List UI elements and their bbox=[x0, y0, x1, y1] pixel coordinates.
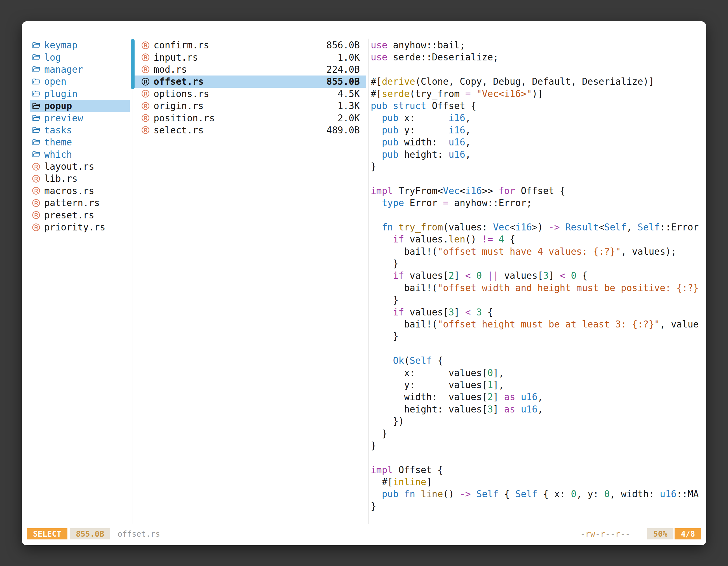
sidebar-item-tasks[interactable]: tasks bbox=[30, 124, 130, 136]
code-token: u16 bbox=[448, 137, 465, 148]
code-token: ], bbox=[493, 367, 504, 378]
sidebar-item-open[interactable]: open bbox=[30, 76, 130, 88]
permission-segment: r bbox=[600, 529, 605, 539]
code-line bbox=[371, 173, 704, 185]
sidebar-item-priority-rs[interactable]: priority.rs bbox=[30, 221, 130, 233]
code-token: serde bbox=[382, 88, 410, 99]
sidebar-item-theme[interactable]: theme bbox=[30, 136, 130, 148]
code-token: ], bbox=[493, 379, 504, 390]
cursor-position-badge: 4/8 bbox=[675, 528, 701, 539]
code-token: ] bbox=[493, 391, 504, 402]
code-line: } bbox=[371, 258, 704, 270]
code-token: } bbox=[371, 258, 398, 269]
code-token: Self bbox=[638, 222, 660, 233]
file-size: 856.0B bbox=[327, 40, 360, 51]
code-token: i16 bbox=[465, 186, 482, 196]
file-name: origin.rs bbox=[154, 100, 204, 111]
code-line: height: values[3] as u16, bbox=[371, 403, 704, 415]
rust-file-icon bbox=[31, 223, 41, 232]
code-token: u16 bbox=[448, 149, 465, 160]
item-label: which bbox=[44, 149, 72, 160]
sidebar-item-preset-rs[interactable]: preset.rs bbox=[30, 209, 130, 221]
code-token: impl bbox=[371, 186, 393, 196]
file-row-offset-rs[interactable]: offset.rs855.0B bbox=[133, 76, 366, 88]
code-line: #[derive(Clone, Copy, Debug, Default, De… bbox=[371, 76, 704, 88]
code-token: y: values[ bbox=[371, 379, 487, 390]
item-label: tasks bbox=[44, 125, 72, 136]
sidebar-item-pattern-rs[interactable]: pattern.rs bbox=[30, 197, 130, 209]
code-token: #[ bbox=[371, 476, 393, 487]
permission-segment: -- bbox=[620, 529, 630, 539]
file-row-input-rs[interactable]: input.rs1.0K bbox=[133, 51, 366, 63]
rust-file-icon bbox=[141, 113, 150, 123]
item-label: manager bbox=[44, 64, 83, 75]
item-label: preset.rs bbox=[44, 210, 94, 221]
code-token: ::MA bbox=[677, 488, 699, 499]
code-token bbox=[515, 404, 521, 415]
code-token: line bbox=[421, 488, 443, 499]
file-row-origin-rs[interactable]: origin.rs1.3K bbox=[133, 100, 366, 112]
item-label: pattern.rs bbox=[44, 198, 100, 208]
code-token: bail!( bbox=[371, 246, 437, 257]
code-token: 0 bbox=[571, 488, 576, 499]
code-token: != bbox=[482, 234, 493, 245]
sidebar-item-plugin[interactable]: plugin bbox=[30, 88, 130, 100]
sidebar-item-keymap[interactable]: keymap bbox=[30, 39, 130, 51]
item-label: keymap bbox=[44, 40, 78, 51]
sidebar-item-popup[interactable]: popup bbox=[30, 100, 130, 112]
rust-file-icon bbox=[141, 41, 150, 50]
sidebar-item-which[interactable]: which bbox=[30, 149, 130, 161]
sidebar-item-macros-rs[interactable]: macros.rs bbox=[30, 185, 130, 197]
code-token bbox=[371, 488, 382, 499]
code-token: anyhow::bail; bbox=[388, 40, 465, 51]
code-token: = bbox=[443, 198, 448, 208]
code-token: Offset { bbox=[426, 100, 476, 111]
file-size: 224.0B bbox=[327, 64, 360, 75]
code-token: as bbox=[504, 404, 515, 415]
code-line: }) bbox=[371, 415, 704, 427]
code-token bbox=[371, 234, 393, 245]
code-token: values. bbox=[404, 234, 448, 245]
code-token: pub struct bbox=[371, 100, 426, 111]
code-token bbox=[371, 137, 382, 148]
file-row-options-rs[interactable]: options.rs4.5K bbox=[133, 88, 366, 100]
code-token: fn bbox=[404, 488, 415, 499]
code-token bbox=[398, 488, 404, 499]
code-token: { bbox=[504, 234, 515, 245]
code-token: u16 bbox=[521, 391, 537, 402]
code-token: i16 bbox=[515, 222, 532, 233]
code-token bbox=[371, 307, 393, 318]
file-manager-window: keymaplogmanageropenpluginpopuppreviewta… bbox=[22, 21, 706, 545]
file-row-position-rs[interactable]: position.rs2.0K bbox=[133, 112, 366, 124]
code-token: width: bbox=[398, 137, 448, 148]
code-token bbox=[471, 307, 476, 318]
file-row-mod-rs[interactable]: mod.rs224.0B bbox=[133, 64, 366, 76]
sidebar-item-preview[interactable]: preview bbox=[30, 112, 130, 124]
code-token: x: bbox=[398, 112, 448, 123]
code-token bbox=[565, 270, 571, 281]
folder-open-icon bbox=[31, 150, 41, 159]
code-token: use bbox=[371, 52, 388, 63]
code-line: y: values[1], bbox=[371, 379, 704, 391]
code-line: pub width: u16, bbox=[371, 136, 704, 148]
code-token: -> bbox=[460, 488, 471, 499]
code-token: , bbox=[465, 149, 471, 160]
code-token: pub bbox=[382, 137, 399, 148]
folder-open-icon bbox=[31, 113, 41, 123]
code-line: if values.len() != 4 { bbox=[371, 233, 704, 245]
sidebar-item-log[interactable]: log bbox=[30, 51, 130, 63]
code-line: use serde::Deserialize; bbox=[371, 51, 704, 63]
code-token: } bbox=[371, 294, 398, 305]
sidebar-list: keymaplogmanageropenpluginpopuppreviewta… bbox=[30, 39, 130, 233]
sidebar-item-manager[interactable]: manager bbox=[30, 64, 130, 76]
code-token: (Clone, Copy, Debug, Default, Deserializ… bbox=[415, 76, 654, 87]
code-token: 0 bbox=[571, 270, 576, 281]
code-token: 3 bbox=[543, 270, 549, 281]
file-row-confirm-rs[interactable]: confirm.rs856.0B bbox=[133, 39, 366, 51]
code-token: 3 bbox=[476, 307, 482, 318]
sidebar-item-layout-rs[interactable]: layout.rs bbox=[30, 161, 130, 173]
file-row-select-rs[interactable]: select.rs489.0B bbox=[133, 124, 366, 136]
code-token bbox=[371, 355, 393, 366]
sidebar-item-lib-rs[interactable]: lib.rs bbox=[30, 173, 130, 185]
code-token: ::Error bbox=[660, 222, 699, 233]
